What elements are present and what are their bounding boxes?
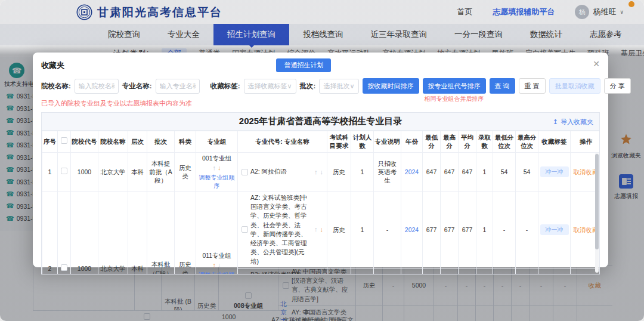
assist-platform-link[interactable]: 志愿填报辅助平台 xyxy=(493,7,555,17)
tab-admission-line[interactable]: 投档线查询 xyxy=(289,24,357,45)
row-checkbox[interactable] xyxy=(245,292,252,299)
row-checkbox[interactable] xyxy=(144,313,150,320)
scrollbar-thumb[interactable] xyxy=(595,154,599,249)
import-favorites-link[interactable]: ↥ 导入收藏夹 xyxy=(553,113,593,131)
tab-major-catalog[interactable]: 专业大全 xyxy=(154,24,213,45)
upload-icon: ↥ xyxy=(553,118,558,126)
close-icon[interactable]: ✕ xyxy=(593,59,600,69)
modal-title: 收藏夹 xyxy=(41,61,64,70)
browse-favorites-button[interactable]: 浏览收藏夹 xyxy=(611,132,641,160)
share-button[interactable]: 分 享 xyxy=(604,78,631,94)
row-checkbox[interactable] xyxy=(242,169,248,175)
tab-score-segment[interactable]: 一分一段查询 xyxy=(441,24,516,45)
major-name-input[interactable] xyxy=(156,79,200,94)
favorite-tag-badge: 冲一冲 xyxy=(540,166,569,177)
chevron-down-icon: ∨ xyxy=(349,82,354,90)
phone-icon: ☎ xyxy=(6,166,14,174)
phone-icon: ☎ xyxy=(6,190,14,198)
notification-dot xyxy=(628,1,634,7)
major-name-label: 专业名称: xyxy=(122,82,152,91)
move-down-icon[interactable]: ↓ xyxy=(320,168,324,177)
adjust-group-order-link[interactable]: 调整专业组顺序 xyxy=(197,271,236,274)
favorite-tag-badge: 冲一冲 xyxy=(540,224,569,235)
plan-type-badge[interactable]: 普通招生计划 xyxy=(276,58,331,72)
tab-data-statistics[interactable]: 数据统计 xyxy=(516,24,576,45)
plan-option[interactable]: 基层卫生专项 xyxy=(621,48,644,58)
major-name: AZ: 文科试验班类[中国语言文学类、考古学、历史学类、哲学类、社会学类、法学、… xyxy=(250,193,312,266)
major-name: A2: 阿拉伯语 xyxy=(250,167,312,176)
phone-icon: ☎ xyxy=(6,129,14,137)
bg-partial-major: AZ: 文科试验班类[中国语言文 xyxy=(271,316,354,321)
phone-icon: ☎ xyxy=(6,117,14,125)
site-logo-icon xyxy=(76,4,92,20)
sort-note: 相同专业组合并后排序 xyxy=(425,95,484,103)
favorites-modal: 收藏夹 普通招生计划 ✕ 院校名称: 专业名称: 收藏标签: 选择收藏标签 ∨ … xyxy=(33,53,608,267)
headset-icon: ☎ xyxy=(9,63,24,78)
row-checkbox[interactable] xyxy=(283,282,289,289)
move-up-icon[interactable]: ↑ xyxy=(314,168,318,177)
import-note: 已导入的院校专业组及专业以志愿填报表中内容为准 xyxy=(41,99,600,108)
phone-icon: ☎ xyxy=(6,202,14,210)
batch-label: 批次: xyxy=(300,82,316,91)
batch-cancel-button[interactable]: 批量取消收藏 xyxy=(549,78,600,94)
tab-school-query[interactable]: 院校查询 xyxy=(94,24,154,45)
scrollbar[interactable] xyxy=(595,153,599,273)
phone-icon: ☎ xyxy=(6,104,14,112)
user-name: 杨维旺 xyxy=(593,7,616,17)
favorites-table: 2025年甘肃省普通高等学校招生专业目录 ↥ 导入收藏夹 序号 院校代 xyxy=(41,112,600,274)
chevron-down-icon: ∨ xyxy=(620,9,624,15)
adjust-group-order-link[interactable]: 调整专业组顺序 xyxy=(197,174,236,190)
move-up-icon[interactable]: ↑ xyxy=(314,225,318,234)
row-checkbox[interactable] xyxy=(61,264,67,271)
school-name-label: 院校名称: xyxy=(41,82,71,91)
select-all-checkbox[interactable] xyxy=(61,137,67,144)
move-down-icon[interactable]: ↓ xyxy=(218,261,221,268)
favorite-tag-select[interactable]: 选择收藏标签 ∨ xyxy=(244,79,296,94)
page: 甘肃阳光高考信息平台 首页 志愿填报辅助平台 杨 杨维旺 ∨ 院校查询 专业大全… xyxy=(0,0,644,321)
home-link[interactable]: 首页 xyxy=(457,7,472,17)
sort-by-group-button[interactable]: 按专业组代号排序 xyxy=(423,78,486,94)
modal-filter-bar: 院校名称: 专业名称: 收藏标签: 选择收藏标签 ∨ 批次: 选择批次 ∨ 按收… xyxy=(41,78,600,94)
tab-enrollment-plan[interactable]: 招生计划查询 xyxy=(213,24,289,45)
phone-icon: ☎ xyxy=(6,178,14,186)
major-group-cell: 001专业组 ↑ ↓ 调整专业组顺序 xyxy=(196,153,238,192)
user-menu[interactable]: 杨 杨维旺 ∨ xyxy=(575,5,624,19)
year-link[interactable]: 2024 xyxy=(405,168,419,175)
tab-volunteer-reference[interactable]: 志愿参考 xyxy=(576,24,636,45)
phone-icon: ☎ xyxy=(6,153,14,161)
top-header: 甘肃阳光高考信息平台 首页 志愿填报辅助平台 杨 杨维旺 ∨ xyxy=(0,0,644,24)
star-icon xyxy=(619,132,633,148)
move-up-icon[interactable]: ↑ xyxy=(213,164,216,171)
brand: 甘肃阳光高考信息平台 xyxy=(76,4,222,20)
tab-three-year-admission[interactable]: 近三年录取查询 xyxy=(357,24,441,45)
fill-volunteer-button[interactable]: 志愿填报 xyxy=(614,174,638,200)
major-name: B3: 经济学类[经济学、金融学、国际经济与贸易、财政学] xyxy=(250,270,312,274)
batch-select[interactable]: 选择批次 ∨ xyxy=(319,79,358,94)
phone-icon: ☎ xyxy=(6,141,14,149)
year-link[interactable]: 2024 xyxy=(405,226,419,233)
form-icon xyxy=(619,174,633,189)
table-row: 2 1000 北京大学 本科 本科批（C段） 历史类 011专业组 ↑ ↓ 调整… xyxy=(42,192,600,268)
move-down-icon[interactable]: ↓ xyxy=(218,164,221,171)
favorite-link[interactable]: 收藏 xyxy=(589,282,601,289)
phone-icon: ☎ xyxy=(6,215,14,223)
query-button[interactable]: 查 询 xyxy=(490,78,515,94)
row-checkbox[interactable] xyxy=(242,226,248,233)
row-checkbox[interactable] xyxy=(61,168,67,174)
move-down-icon[interactable]: ↓ xyxy=(320,225,324,234)
favorite-tag-label: 收藏标签: xyxy=(210,82,240,91)
avatar: 杨 xyxy=(575,5,589,19)
side-float-panel: 浏览收藏夹 志愿填报 xyxy=(608,123,644,210)
move-up-icon[interactable]: ↑ xyxy=(213,261,216,268)
main-nav: 院校查询 专业大全 招生计划查询 投档线查询 近三年录取查询 一分一段查询 数据… xyxy=(0,24,644,45)
table-row: 1 1000 北京大学 本科 本科提前批（A段） 历史类 001专业组 ↑ ↓ … xyxy=(42,153,600,192)
table-title: 2025年甘肃省普通高等学校招生专业目录 xyxy=(239,116,402,127)
sort-by-time-button[interactable]: 按收藏时间排序 xyxy=(363,78,419,94)
site-title: 甘肃阳光高考信息平台 xyxy=(97,5,222,20)
table-header-row: 序号 院校代号 院校名称 层次 批次 科类 专业组 专业代号: 专业名称 考试科… xyxy=(42,131,600,153)
chevron-down-icon: ∨ xyxy=(287,82,292,90)
phone-icon: ☎ xyxy=(6,92,14,100)
reset-button[interactable]: 重 置 xyxy=(519,78,546,94)
major-group-cell: 011专业组 ↑ ↓ 调整专业组顺序 xyxy=(196,192,238,274)
school-name-input[interactable] xyxy=(75,79,119,94)
